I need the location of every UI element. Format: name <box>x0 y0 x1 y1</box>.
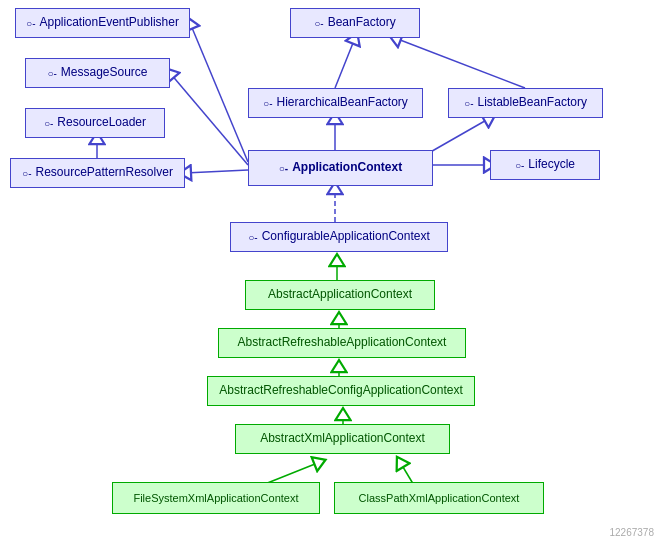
box-bean-factory: ○- BeanFactory <box>290 8 420 38</box>
box-abstract-xml-application-context: AbstractXmlApplicationContext <box>235 424 450 454</box>
interface-marker-lbf: ○- <box>464 97 473 110</box>
watermark: 12267378 <box>610 527 655 538</box>
interface-marker-lc: ○- <box>515 159 524 172</box>
box-application-context: ○- ApplicationContext <box>248 150 433 186</box>
box-label-arac: AbstractRefreshableApplicationContext <box>238 335 447 351</box>
interface-marker-hbf: ○- <box>263 97 272 110</box>
box-label-arcac: AbstractRefreshableConfigApplicationCont… <box>219 383 462 399</box>
box-file-system-xml-application-context: FileSystemXmlApplicationContext <box>112 482 320 514</box>
svg-line-8 <box>185 170 248 173</box>
box-label-ms: MessageSource <box>61 65 148 81</box>
box-label-aep: ApplicationEventPublisher <box>39 15 178 31</box>
box-label-cac: ConfigurableApplicationContext <box>262 229 430 245</box>
interface-marker-cac: ○- <box>248 231 257 244</box>
box-application-event-publisher: ○- ApplicationEventPublisher <box>15 8 190 38</box>
box-label-fsxac: FileSystemXmlApplicationContext <box>133 491 298 505</box>
diagram-container: ○- ApplicationEventPublisher ○- MessageS… <box>0 0 662 542</box>
box-abstract-refreshable-application-context: AbstractRefreshableApplicationContext <box>218 328 466 358</box>
box-lifecycle: ○- Lifecycle <box>490 150 600 180</box>
svg-line-7 <box>170 73 248 165</box>
svg-line-9 <box>190 23 248 162</box>
interface-marker-rpr: ○- <box>22 167 31 180</box>
box-label-axac: AbstractXmlApplicationContext <box>260 431 425 447</box>
box-label-ac: ApplicationContext <box>292 160 402 176</box>
box-label-bf: BeanFactory <box>328 15 396 31</box>
box-label-lbf: ListableBeanFactory <box>477 95 586 111</box>
interface-marker-bf: ○- <box>314 17 323 30</box>
interface-marker-ms: ○- <box>47 67 56 80</box>
interface-marker-ac: ○- <box>279 162 288 175</box>
box-resource-loader: ○- ResourceLoader <box>25 108 165 138</box>
box-label-aac: AbstractApplicationContext <box>268 287 412 303</box>
interface-marker-rl: ○- <box>44 117 53 130</box>
box-label-cpxac: ClassPathXmlApplicationContext <box>359 491 520 505</box>
svg-line-3 <box>395 38 525 88</box>
box-abstract-refreshable-config-application-context: AbstractRefreshableConfigApplicationCont… <box>207 376 475 406</box>
box-class-path-xml-application-context: ClassPathXmlApplicationContext <box>334 482 544 514</box>
box-hierarchical-bean-factory: ○- HierarchicalBeanFactory <box>248 88 423 118</box>
box-label-rpr: ResourcePatternResolver <box>35 165 172 181</box>
box-label-hbf: HierarchicalBeanFactory <box>276 95 407 111</box>
svg-line-2 <box>335 38 355 88</box>
box-abstract-application-context: AbstractApplicationContext <box>245 280 435 310</box>
box-resource-pattern-resolver: ○- ResourcePatternResolver <box>10 158 185 188</box>
box-message-source: ○- MessageSource <box>25 58 170 88</box>
box-configurable-application-context: ○- ConfigurableApplicationContext <box>230 222 448 252</box>
interface-marker-aep: ○- <box>26 17 35 30</box>
box-listable-bean-factory: ○- ListableBeanFactory <box>448 88 603 118</box>
box-label-rl: ResourceLoader <box>57 115 146 131</box>
box-label-lc: Lifecycle <box>528 157 575 173</box>
